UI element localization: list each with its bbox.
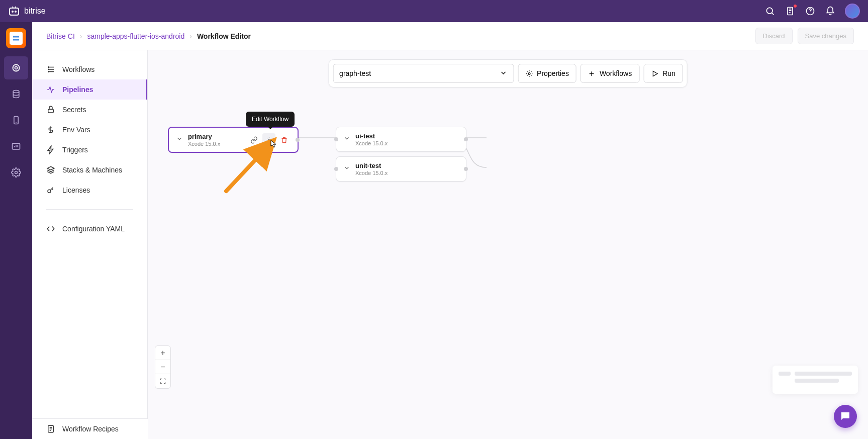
sidebar-item-recipes[interactable]: Workflow Recipes	[32, 419, 148, 439]
bell-icon[interactable]	[825, 6, 836, 17]
node-title: primary	[188, 133, 242, 140]
document-icon	[46, 424, 55, 433]
bolt-icon	[46, 145, 55, 154]
search-icon[interactable]	[764, 6, 776, 17]
canvas[interactable]: graph-test Properties Workflows Run	[148, 50, 868, 439]
workflow-node-unit-test[interactable]: unit-test Xcode 15.0.x	[336, 156, 466, 182]
svg-point-8	[13, 91, 19, 93]
sidebar-item-label: Configuration YAML	[62, 225, 125, 233]
key-icon	[46, 186, 55, 195]
properties-label: Properties	[537, 69, 569, 77]
loading-card	[773, 366, 858, 394]
play-icon	[651, 70, 658, 77]
trash-icon[interactable]	[277, 133, 291, 146]
chevron-down-icon[interactable]	[343, 164, 350, 173]
sidebar-item-label: Triggers	[62, 146, 88, 154]
svg-point-14	[48, 71, 49, 72]
gear-icon	[525, 70, 533, 77]
workflow-node-primary[interactable]: primary Xcode 15.0.x	[168, 127, 299, 153]
topbar-right	[764, 4, 860, 19]
chevron-right-icon: ›	[80, 32, 82, 40]
svg-rect-15	[48, 109, 54, 113]
svg-rect-0	[10, 8, 19, 15]
svg-point-2	[15, 11, 16, 12]
node-port[interactable]	[334, 137, 338, 141]
chevron-down-icon[interactable]	[343, 135, 350, 144]
lock-icon	[46, 105, 55, 114]
node-body: unit-test Xcode 15.0.x	[355, 162, 459, 176]
workflows-button[interactable]: Workflows	[581, 64, 639, 83]
chevron-down-icon	[499, 69, 507, 78]
rail-workflows-icon[interactable]	[4, 56, 28, 79]
workflow-node-ui-test[interactable]: ui-test Xcode 15.0.x	[336, 127, 466, 152]
sidebar-item-triggers[interactable]: Triggers	[32, 140, 147, 160]
sidebar-item-envvars[interactable]: Env Vars	[32, 120, 147, 140]
node-port[interactable]	[296, 138, 300, 142]
svg-point-7	[13, 64, 19, 71]
svg-point-18	[528, 72, 530, 74]
chevron-right-icon: ›	[189, 32, 192, 40]
sidebar-item-config-yaml[interactable]: Configuration YAML	[32, 219, 147, 239]
node-port[interactable]	[464, 167, 468, 171]
brand-name: bitrise	[24, 7, 46, 16]
zoom-out-button[interactable]: −	[155, 360, 170, 374]
chevron-down-icon[interactable]	[176, 135, 183, 144]
app-switcher[interactable]	[6, 28, 26, 48]
pipelines-icon	[46, 85, 55, 94]
content: Workflows Pipelines Secrets Env Vars Tri…	[32, 50, 868, 439]
app-icon	[10, 32, 23, 45]
chat-icon	[839, 410, 851, 422]
breadcrumb-actions: Discard Save changes	[755, 28, 854, 44]
clipboard-icon[interactable]	[785, 6, 796, 17]
svg-point-12	[48, 67, 49, 68]
pipeline-select-value: graph-test	[339, 69, 371, 77]
sidebar-item-pipelines[interactable]: Pipelines	[32, 79, 147, 100]
main: Bitrise CI › sample-apps-flutter-ios-and…	[32, 22, 868, 439]
tooltip-text: Edit Workflow	[252, 116, 288, 123]
topbar-left: bitrise	[8, 5, 46, 17]
zoom-in-button[interactable]: +	[155, 346, 170, 360]
divider	[46, 209, 133, 210]
breadcrumb-root[interactable]: Bitrise CI	[46, 32, 75, 40]
sidebar-item-licenses[interactable]: Licenses	[32, 180, 147, 200]
properties-button[interactable]: Properties	[518, 64, 576, 83]
topbar: bitrise	[0, 0, 868, 22]
rail-database-icon[interactable]	[4, 82, 28, 106]
svg-point-13	[48, 69, 49, 70]
discard-button[interactable]: Discard	[755, 28, 793, 44]
rail-settings-icon[interactable]	[4, 161, 28, 184]
save-changes-button[interactable]: Save changes	[798, 28, 854, 44]
sidebar-item-stacks[interactable]: Stacks & Machines	[32, 160, 147, 180]
node-body: ui-test Xcode 15.0.x	[355, 132, 459, 146]
breadcrumb: Bitrise CI › sample-apps-flutter-ios-and…	[46, 32, 251, 40]
help-icon[interactable]	[805, 6, 816, 17]
rail-insights-icon[interactable]	[4, 135, 28, 158]
pipeline-select[interactable]: graph-test	[333, 64, 514, 83]
node-body: primary Xcode 15.0.x	[188, 133, 242, 147]
svg-point-16	[48, 190, 51, 193]
run-label: Run	[662, 69, 676, 77]
node-port[interactable]	[464, 137, 468, 141]
skeleton-line	[795, 379, 839, 383]
sidebar-item-label: Env Vars	[62, 126, 90, 134]
run-button[interactable]: Run	[643, 64, 683, 83]
breadcrumb-project[interactable]: sample-apps-flutter-ios-android	[87, 32, 184, 40]
link-icon[interactable]	[247, 133, 260, 146]
logo[interactable]: bitrise	[8, 5, 46, 17]
node-title: ui-test	[355, 132, 459, 140]
breadcrumb-current: Workflow Editor	[197, 32, 251, 40]
node-port[interactable]	[334, 167, 338, 171]
chat-fab[interactable]	[834, 405, 857, 428]
code-icon	[46, 224, 55, 233]
fit-screen-button[interactable]	[155, 374, 170, 388]
sidebar-item-workflows[interactable]: Workflows	[32, 59, 147, 79]
cursor-icon	[270, 140, 278, 148]
svg-point-11	[15, 171, 18, 174]
avatar[interactable]	[845, 4, 860, 19]
workflows-icon	[46, 65, 55, 74]
sidebar-item-secrets[interactable]: Secrets	[32, 100, 147, 120]
node-title: unit-test	[355, 162, 459, 169]
breadcrumb-bar: Bitrise CI › sample-apps-flutter-ios-and…	[32, 22, 868, 50]
node-actions	[247, 133, 291, 146]
rail-device-icon[interactable]	[4, 109, 28, 132]
